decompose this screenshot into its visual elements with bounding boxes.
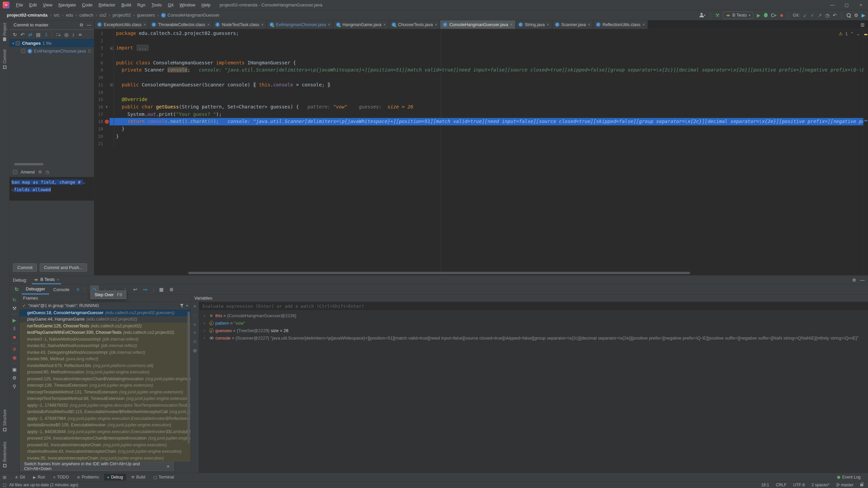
rollback-icon[interactable]: ↶ [833, 13, 837, 18]
tool-window-switcher-icon[interactable]: ⊞ [3, 475, 6, 480]
layout-settings-icon[interactable]: ≣ [167, 285, 176, 293]
git-push-icon[interactable]: ↗ [818, 13, 822, 18]
mute-breakpoints-icon[interactable]: ⊘ [13, 346, 17, 352]
frame-row[interactable]: proceed:62, InvocationInterceptorChain (… [20, 442, 191, 448]
editor-tab[interactable]: C ConsoleHangmanGuesser.java × [440, 20, 515, 29]
tool-window-button[interactable]: ▢ Terminal [150, 474, 177, 481]
breadcrumb-item[interactable]: Ccaltech [73, 13, 94, 18]
editor-tab[interactable]: C ChooserTests.java × [389, 20, 440, 29]
expand-chevron-icon[interactable]: › [204, 321, 209, 325]
frame-row[interactable]: apply:-1, 848363848 (org.junit.jupiter.e… [20, 428, 191, 435]
commit-history-icon[interactable]: ◷ [45, 169, 49, 175]
editor-tab[interactable]: C ThrowableCollector.class × [149, 20, 212, 29]
pause-icon[interactable]: ‖ [13, 326, 16, 331]
line-number[interactable]: 21 [94, 140, 104, 147]
search-icon[interactable] [847, 13, 851, 17]
expand-all-icon[interactable]: ↕ [72, 32, 75, 37]
fold-marker-icon[interactable]: + [110, 47, 113, 50]
line-ending-indicator[interactable]: CRLF [776, 483, 786, 487]
menu-item[interactable]: Navigate [55, 2, 79, 7]
duplicate-watch-icon[interactable]: ⊞ [193, 339, 196, 344]
run-button[interactable]: ▶ [757, 13, 761, 18]
chevron-down-icon[interactable]: ▾ [11, 42, 16, 45]
frame-row[interactable]: proceed:104, InvocationInterceptorChain$… [20, 435, 191, 442]
frame-row[interactable]: interceptTestableMethod:131, TimeoutExte… [20, 389, 191, 395]
frame-row[interactable]: lambda$invoke$0:105, ExecutableInvoker (… [20, 422, 191, 429]
frame-row[interactable]: getGuess:18, ConsoleHangmanGuesser (edu.… [20, 309, 191, 316]
file-checkbox[interactable] [21, 49, 25, 53]
close-tab-icon[interactable]: × [143, 22, 146, 27]
close-tab-icon[interactable]: × [547, 22, 549, 27]
expand-chevron-icon[interactable]: › [204, 313, 209, 318]
inspections-widget[interactable]: ⚠ 1 ⌃ ⌄ [839, 31, 860, 36]
code-editor[interactable]: 1 ↑ ✓ + package edu.caltech.cs2.project0… [94, 29, 868, 275]
rerun-icon[interactable]: ↻ [13, 297, 17, 303]
git-update-icon[interactable]: ↙ [803, 13, 807, 18]
changelist-icon[interactable]: ▤ [36, 32, 40, 37]
close-tab-icon[interactable]: × [435, 22, 437, 27]
execution-stripe-mark[interactable] [864, 120, 867, 121]
close-tab-icon[interactable]: × [510, 22, 513, 27]
filter-funnel-icon[interactable] [180, 304, 184, 307]
caret-position[interactable]: 18:1 [761, 483, 769, 487]
breadcrumb-item[interactable]: Cguessers [131, 13, 155, 18]
minimize-window-icon[interactable]: — [825, 0, 840, 10]
evaluate-expression-input[interactable]: Evaluate expression (Enter) or add a wat… [199, 302, 868, 310]
line-number[interactable]: 15 [94, 96, 104, 103]
changes-tree-root[interactable]: ▾ Changes 1 file [9, 39, 94, 47]
frame-row[interactable]: apply:-1, 479397964 (org.junit.jupiter.e… [20, 415, 191, 422]
breadcrumb-item[interactable]: Ccs2 [93, 13, 106, 18]
debug-button[interactable] [764, 13, 768, 17]
tool-window-button[interactable]: ⚒ Build [128, 474, 149, 481]
debug-session-tab[interactable]: ◂▸ B Tests × [32, 276, 61, 284]
thread-dump-icon[interactable]: ▣ [12, 367, 17, 372]
line-number[interactable]: 16 [94, 103, 104, 111]
frame-row[interactable]: intercept:139, TimeoutExtension (org.jun… [20, 382, 191, 389]
git-branch-widget[interactable]: master [836, 483, 853, 487]
editor-line[interactable]: 2 ↑ ✓ + [94, 37, 863, 45]
editor-line[interactable]: 11 ↑ ✓ + public ConsoleHangmanGuesser(Sc… [94, 81, 863, 89]
breadcrumb-item[interactable]: Cedu [60, 13, 73, 18]
variable-row[interactable]: › ≡ this = {ConsoleHangmanGuesser@2226} [199, 312, 868, 319]
variable-row[interactable]: › p pattern = "vow" [199, 319, 868, 327]
tool-window-button[interactable]: ≡ TODO [50, 474, 72, 481]
line-number[interactable]: 8 [94, 59, 104, 67]
evaluate-expression-icon[interactable]: ▦ [157, 285, 166, 293]
breadcrumb-item[interactable]: Cproject02-cmiranda [7, 13, 47, 18]
editor-line[interactable]: 10 ↑ ✓ + [94, 74, 863, 81]
close-window-icon[interactable]: × [854, 0, 868, 10]
frame-row[interactable]: invokeMethod:675, ReflectionUtils (org.j… [20, 362, 191, 369]
frame-row[interactable]: invoke:35, InvocationInterceptorChain (o… [20, 455, 191, 462]
commit-options-gear-icon[interactable]: ⚙ [79, 22, 83, 27]
view-breakpoints-icon[interactable]: ◉ [12, 355, 16, 360]
commit-button[interactable]: Commit [13, 263, 37, 272]
editor-line[interactable]: 17 ↑ ✓ + System.out.print("Your guess? "… [94, 111, 863, 118]
close-tab-icon[interactable]: × [261, 22, 264, 27]
editor-line[interactable]: 9 ↑ ✓ + private Scanner console; console… [94, 66, 863, 74]
remove-watch-icon[interactable]: − [194, 313, 196, 318]
stop-button[interactable]: ■ [780, 13, 783, 18]
menu-item[interactable]: Build [118, 2, 134, 7]
preview-diff-icon[interactable]: ◎ [64, 32, 68, 37]
frame-row[interactable]: runTestGame:125, ChooserTests (edu.calte… [20, 323, 191, 329]
menu-item[interactable]: Tools [149, 2, 165, 7]
line-number[interactable]: 18 [94, 118, 104, 125]
tool-window-button[interactable]: ⋔ Git [12, 474, 28, 481]
tool-window-structure[interactable]: Structure [2, 409, 7, 431]
tool-window-button[interactable]: ● Debug [104, 474, 126, 481]
editor-tab[interactable]: C String.java × [516, 20, 552, 29]
close-tab-icon[interactable]: × [207, 22, 210, 27]
frame-row[interactable]: invoke:566, Method (java.lang.reflect) [20, 356, 191, 363]
frame-row[interactable]: chainAndInvoke:43, InvocationInterceptor… [20, 448, 191, 455]
tab-debugger[interactable]: Debugger [22, 284, 49, 294]
editor-tab[interactable]: C HangmanGame.java × [333, 20, 389, 29]
editor-tab[interactable]: C ExceptionUtils.class × [95, 20, 149, 29]
menu-item[interactable]: File [13, 2, 26, 7]
changed-file-row[interactable]: C EvilHangmanChooser.java C:\Us [9, 47, 94, 55]
ide-features-icon[interactable]: ▶ [862, 13, 865, 18]
warning-stripe-mark[interactable] [864, 34, 867, 35]
fold-marker-icon[interactable]: + [110, 83, 113, 86]
move-watch-down-icon[interactable]: ▼ [193, 330, 197, 335]
line-number[interactable]: 14 [94, 89, 104, 96]
commit-message-gear-icon[interactable]: ⚙ [38, 169, 42, 175]
